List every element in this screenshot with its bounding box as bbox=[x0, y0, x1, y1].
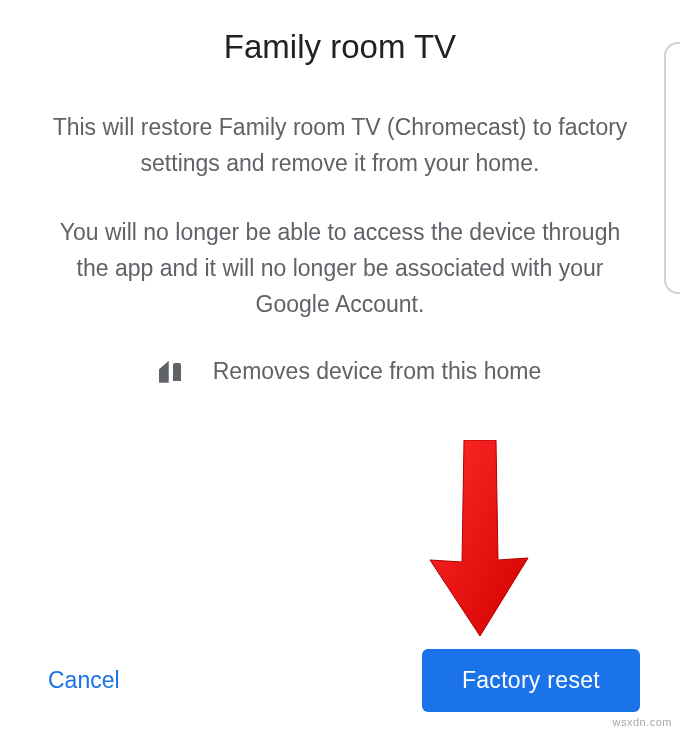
removes-row: Removes device from this home bbox=[0, 358, 680, 385]
side-edge-pill bbox=[664, 42, 680, 294]
home-remove-icon bbox=[159, 361, 181, 383]
removes-label: Removes device from this home bbox=[213, 358, 542, 385]
dialog-title: Family room TV bbox=[0, 28, 680, 66]
watermark-text: wsxdn.com bbox=[612, 716, 672, 728]
dialog-message-1: This will restore Family room TV (Chrome… bbox=[0, 110, 680, 181]
annotation-arrow-icon bbox=[424, 440, 534, 640]
dialog-action-bar: Cancel Factory reset bbox=[0, 649, 680, 712]
factory-reset-button[interactable]: Factory reset bbox=[422, 649, 640, 712]
cancel-button[interactable]: Cancel bbox=[44, 657, 124, 704]
dialog-message-2: You will no longer be able to access the… bbox=[0, 215, 680, 322]
